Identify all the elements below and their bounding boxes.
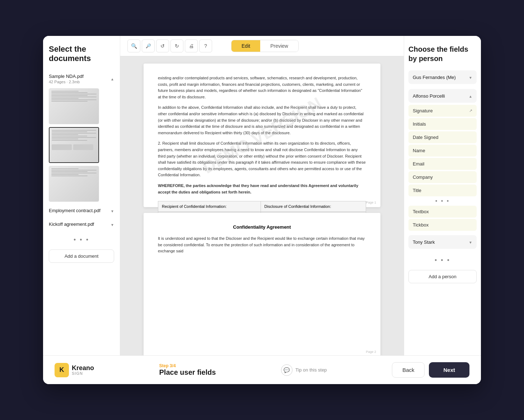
edit-tab[interactable]: Edit [231, 40, 260, 52]
chevron-up-alfonso [469, 93, 472, 99]
right-sidebar: Choose the fields by person Gus Fernande… [404, 36, 481, 355]
zoom-out-button[interactable]: 🔍 [127, 39, 140, 52]
doc-text-4: WHEREFORE, the parties acknowledge that … [158, 183, 366, 195]
doc-page-1: DEMO VERSION existing and/or contemplate… [144, 64, 380, 207]
field-initials[interactable]: Initials [408, 118, 477, 130]
doc-name-kickoff: Kickoff agreement.pdf [49, 221, 94, 227]
field-date-signed[interactable]: Date Signed [408, 131, 477, 143]
doc-item-nda: Sample NDA.pdf 42 Pages · 2.3mb [49, 72, 114, 202]
brand-logo: K [55, 363, 69, 377]
preview-tab[interactable]: Preview [260, 40, 298, 52]
add-document-button[interactable]: Add a document [49, 249, 114, 263]
doc-text-page2: It is understood and agreed to that the … [158, 235, 366, 255]
field-textbox[interactable]: Textbox [408, 206, 477, 218]
chevron-down-gus [469, 74, 472, 80]
doc-name-employment: Employment contract.pdf [49, 208, 100, 213]
main-area: Select the documents Sample NDA.pdf 42 P… [43, 36, 481, 355]
print-icon: 🖨 [189, 43, 194, 49]
tip-icon: 💬 [281, 364, 293, 376]
tip-area: 💬 Tip on this step [281, 364, 327, 376]
brand-sub: SIGN [72, 371, 94, 375]
doc-text-1: existing and/or contemplated products an… [158, 75, 366, 100]
person-section-gus: Gus Fernandes (Me) [408, 70, 477, 86]
doc-item-header-nda[interactable]: Sample NDA.pdf 42 Pages · 2.3mb [49, 72, 114, 85]
person-section-tony: Tony Stark [408, 235, 477, 251]
right-title: Choose the fields by person [408, 45, 477, 63]
doc-text-3: 2. Recipient shall limit disclosure of C… [158, 140, 366, 178]
field-company[interactable]: Company [408, 171, 477, 183]
person-header-alfonso[interactable]: Alfonso Porcelli [408, 89, 477, 103]
person-header-gus[interactable]: Gus Fernandes (Me) [408, 70, 477, 84]
step-title: Place user fields [159, 368, 216, 377]
tip-text: Tip on this step [295, 367, 327, 373]
doc-page-2: Confidentiality Agreement It is understo… [144, 213, 380, 355]
bottom-bar: K Kreano SIGN Step 3/4 Place user fields… [43, 355, 481, 384]
thumbnail-page3[interactable] [49, 166, 99, 202]
zoom-out-icon: 🔍 [131, 43, 137, 49]
chevron-down-icon-2 [111, 221, 114, 228]
add-person-button[interactable]: Add a person [408, 270, 477, 283]
doc-name-nda: Sample NDA.pdf [49, 74, 84, 79]
person-name-tony: Tony Stark [413, 239, 435, 245]
view-mode-tabs: Edit Preview [231, 40, 299, 52]
persons-more-dots: • • • [408, 257, 477, 264]
doc-thumbnails-nda [49, 88, 114, 202]
chevron-up-icon [111, 75, 114, 82]
field-signature[interactable]: Signature ↗ [408, 105, 477, 117]
brand: K Kreano SIGN [55, 363, 94, 377]
rotate-right-icon: ↻ [175, 43, 179, 49]
person-name-alfonso: Alfonso Porcelli [413, 93, 445, 99]
chevron-down-icon [111, 207, 114, 214]
toolbar-left: 🔍 🔎 ↺ ↻ 🖨 ? [127, 39, 212, 52]
step-info: Step 3/4 Place user fields [159, 363, 216, 377]
person-section-alfonso: Alfonso Porcelli Signature ↗ Initials Da… [408, 89, 477, 232]
rotate-right-button[interactable]: ↻ [170, 39, 183, 52]
docs-more-dots: • • • [49, 236, 114, 244]
field-title[interactable]: Title [408, 185, 477, 196]
zoom-in-button[interactable]: 🔎 [142, 39, 155, 52]
doc-item-kickoff: Kickoff agreement.pdf [49, 220, 114, 229]
print-button[interactable]: 🖨 [185, 39, 198, 52]
doc-item-employment: Employment contract.pdf [49, 206, 114, 215]
help-icon: ? [204, 43, 207, 49]
thumbnail-page2[interactable] [49, 127, 99, 163]
left-sidebar: Select the documents Sample NDA.pdf 42 P… [43, 36, 120, 355]
toolbar: 🔍 🔎 ↺ ↻ 🖨 ? [120, 36, 404, 56]
doc-heading-2: Confidentiality Agreement [158, 224, 366, 230]
back-button[interactable]: Back [392, 362, 425, 378]
person-header-tony[interactable]: Tony Stark [408, 235, 477, 249]
help-button[interactable]: ? [199, 39, 212, 52]
field-name[interactable]: Name [408, 145, 477, 157]
brand-name: Kreano [72, 365, 94, 371]
doc-viewer: DEMO VERSION existing and/or contemplate… [120, 56, 404, 355]
table-col2-header: Disclosure of Confidential Information: [261, 201, 366, 212]
doc-item-header-kickoff[interactable]: Kickoff agreement.pdf [49, 220, 114, 229]
field-email[interactable]: Email [408, 158, 477, 170]
rotate-left-button[interactable]: ↺ [156, 39, 169, 52]
nav-buttons: Back Next [392, 362, 469, 378]
thumbnail-page1[interactable] [49, 88, 99, 124]
table-col1-header: Recipient of Confidential Information: [158, 201, 261, 212]
sidebar-title: Select the documents [49, 45, 114, 64]
doc-item-header-employment[interactable]: Employment contract.pdf [49, 206, 114, 215]
app-container: Select the documents Sample NDA.pdf 42 P… [43, 36, 481, 384]
export-icon-sig: ↗ [469, 108, 472, 113]
doc-text-2: In addition to the above, Confidential I… [158, 104, 366, 136]
field-tickbox[interactable]: Tickbox [408, 219, 477, 231]
zoom-in-icon: 🔎 [146, 43, 151, 48]
next-button[interactable]: Next [429, 362, 469, 378]
doc-meta-nda: 42 Pages · 2.3mb [49, 80, 84, 84]
chevron-down-tony [469, 239, 472, 245]
person-name-gus: Gus Fernandes (Me) [413, 75, 456, 80]
rotate-left-icon: ↺ [160, 43, 165, 49]
field-more-dots: • • • [408, 198, 477, 204]
page-num-1: Page 1 [366, 201, 376, 204]
center-content: 🔍 🔎 ↺ ↻ 🖨 ? [120, 36, 404, 355]
page-num-2: Page 2 [366, 350, 376, 354]
step-label: Step 3/4 [159, 363, 216, 368]
